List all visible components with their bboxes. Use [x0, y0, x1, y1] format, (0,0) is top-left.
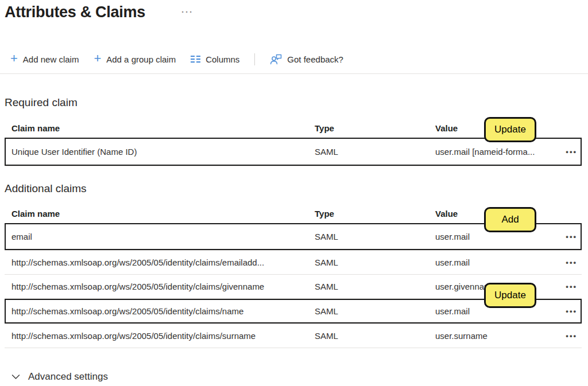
advanced-settings-label: Advanced settings — [28, 371, 108, 383]
got-feedback-label: Got feedback? — [287, 54, 343, 64]
add-new-claim-button[interactable]: + Add new claim — [10, 54, 79, 65]
claim-type-cell: SAML — [315, 232, 435, 241]
command-bar: + Add new claim + Add a group claim Colu… — [10, 50, 343, 68]
add-group-claim-button[interactable]: + Add a group claim — [94, 54, 176, 65]
add-new-claim-label: Add new claim — [23, 54, 79, 64]
plus-icon: + — [10, 52, 18, 65]
claim-name-cell[interactable]: http://schemas.xmlsoap.org/ws/2005/05/id… — [11, 282, 315, 291]
feedback-icon — [270, 54, 282, 65]
column-header-claim-name: Claim name — [11, 123, 315, 133]
row-actions-menu[interactable]: ••• — [552, 232, 578, 241]
row-actions-menu[interactable]: ••• — [552, 332, 578, 340]
claim-type-cell: SAML — [315, 331, 435, 341]
page-title: Attributes & Claims — [5, 3, 145, 21]
claim-value-cell: user.mail — [435, 232, 552, 241]
row-actions-menu[interactable]: ••• — [552, 258, 578, 267]
row-actions-menu[interactable]: ••• — [552, 147, 578, 156]
page-title-more-menu[interactable]: ··· — [181, 7, 194, 17]
claim-value-cell: user.mail — [435, 258, 552, 267]
column-header-claim-name: Claim name — [11, 209, 315, 219]
claim-type-cell: SAML — [315, 282, 435, 291]
annotation-callout-update-name: Update — [484, 283, 536, 308]
claim-type-cell: SAML — [315, 306, 435, 316]
row-actions-menu[interactable]: ••• — [552, 282, 578, 291]
annotation-callout-update-required: Update — [484, 117, 536, 142]
claim-value-cell: user.surname — [435, 331, 552, 341]
column-header-type: Type — [315, 209, 435, 219]
column-header-type: Type — [315, 123, 435, 133]
toolbar-divider — [254, 53, 255, 65]
claim-name-cell[interactable]: http://schemas.xmlsoap.org/ws/2005/05/id… — [11, 258, 315, 267]
claim-name-cell[interactable]: email — [11, 232, 315, 241]
advanced-settings-toggle[interactable]: Advanced settings — [11, 369, 108, 384]
table-row[interactable]: http://schemas.xmlsoap.org/ws/2005/05/id… — [5, 324, 582, 348]
claim-type-cell: SAML — [315, 147, 435, 157]
columns-icon — [191, 56, 200, 63]
claim-value-cell: user.mail [nameid-forma... — [435, 147, 552, 157]
columns-button[interactable]: Columns — [191, 54, 239, 64]
add-group-claim-label: Add a group claim — [106, 54, 176, 64]
row-actions-menu[interactable]: ••• — [552, 307, 578, 315]
columns-label: Columns — [206, 54, 239, 64]
plus-icon: + — [94, 52, 101, 65]
got-feedback-button[interactable]: Got feedback? — [270, 54, 343, 65]
table-row[interactable]: http://schemas.xmlsoap.org/ws/2005/05/id… — [5, 251, 582, 275]
claim-name-cell[interactable]: http://schemas.xmlsoap.org/ws/2005/05/id… — [11, 306, 315, 316]
required-claim-section-title: Required claim — [5, 96, 78, 109]
claim-name-cell[interactable]: http://schemas.xmlsoap.org/ws/2005/05/id… — [11, 331, 315, 341]
annotation-callout-add-email: Add — [484, 207, 536, 232]
chevron-down-icon — [11, 374, 20, 380]
claim-name-cell[interactable]: Unique User Identifier (Name ID) — [11, 147, 315, 157]
claim-type-cell: SAML — [315, 258, 435, 267]
toolbar-separator — [0, 73, 588, 74]
additional-claims-section-title: Additional claims — [5, 182, 87, 195]
